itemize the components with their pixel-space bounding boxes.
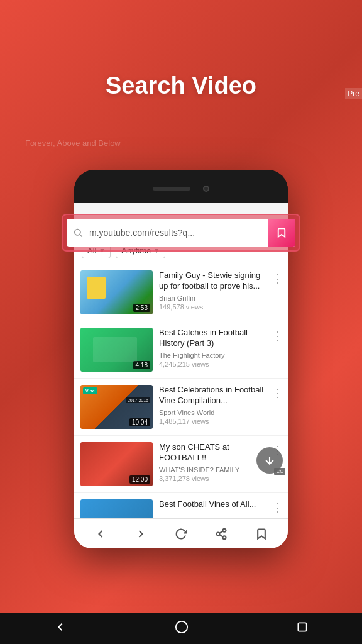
phone-bottom-nav <box>74 518 288 548</box>
thumbnail-4: 12:00 <box>80 442 153 486</box>
video-item-3[interactable]: Vine 2017 2016 10:04 Best Celebrations i… <box>74 379 288 436</box>
video-title-3: Best Celebrations in Football Vine Compi… <box>159 385 269 406</box>
duration-4: 12:00 <box>129 475 150 484</box>
thumbnail-1: 2:53 <box>80 270 153 314</box>
more-button-1[interactable]: ⋮ <box>272 273 283 284</box>
vine-badge: Vine <box>83 387 97 394</box>
svg-rect-8 <box>298 623 306 631</box>
svg-line-6 <box>219 531 223 533</box>
browser-refresh-button[interactable] <box>175 528 187 540</box>
bg-watermark-1: Forever, Above and Below <box>25 138 121 148</box>
phone-speaker <box>153 187 190 191</box>
video-title-2: Best Catches in Football History (Part 3… <box>159 328 269 349</box>
system-recents-button[interactable] <box>296 621 309 636</box>
video-title-1: Family Guy - Stewie signing up for footb… <box>159 270 269 292</box>
video-channel-4: WHAT'S INSIDE? FAMILY <box>159 466 269 474</box>
browser-back-button[interactable] <box>94 528 107 540</box>
svg-point-2 <box>223 528 226 531</box>
system-back-button[interactable] <box>53 620 67 637</box>
video-channel-2: The Highlight Factory <box>159 352 269 359</box>
video-item-1[interactable]: 2:53 Family Guy - Stewie signing up for … <box>74 264 288 321</box>
duration-1: 2:53 <box>133 304 150 312</box>
more-button-3[interactable]: ⋮ <box>272 387 283 399</box>
svg-point-0 <box>75 230 80 235</box>
thumbnail-3: Vine 2017 2016 10:04 <box>80 385 153 429</box>
browser-forward-button[interactable] <box>134 528 147 540</box>
browser-bookmark-button[interactable] <box>255 528 268 540</box>
system-home-button[interactable] <box>175 620 189 637</box>
video-list: 2:53 Family Guy - Stewie signing up for … <box>74 264 288 518</box>
phone-camera <box>203 186 209 192</box>
phone-screen: All ▼ Anytime ▼ 2:53 Family Guy - Stewie… <box>74 203 288 548</box>
system-nav <box>0 613 362 644</box>
video-channel-3: Sport Vines World <box>159 409 269 416</box>
duration-3: 10:04 <box>129 418 150 426</box>
video-item-4[interactable]: 12:00 My son CHEATS at FOOTBALL!! WHAT'S… <box>74 436 288 493</box>
video-views-2: 4,245,215 views <box>159 360 269 368</box>
download-fab[interactable] <box>256 447 283 474</box>
pre-label: Pre <box>345 88 362 99</box>
thumbnail-5 <box>80 499 153 518</box>
video-title-5: Best Football Vines of All... <box>159 499 269 510</box>
bookmark-icon[interactable] <box>268 219 295 247</box>
browser-share-button[interactable] <box>215 528 228 540</box>
video-info-2: Best Catches in Football History (Part 3… <box>159 328 282 368</box>
video-info-5: Best Football Vines of All... <box>159 499 282 513</box>
page-title: Search Video <box>0 72 362 99</box>
svg-line-5 <box>219 535 223 536</box>
svg-point-4 <box>223 536 226 539</box>
video-info-3: Best Celebrations in Football Vine Compi… <box>159 385 282 425</box>
search-input[interactable] <box>89 228 268 238</box>
duration-2: 4:18 <box>133 361 150 369</box>
svg-point-3 <box>217 532 220 535</box>
video-title-4: My son CHEATS at FOOTBALL!! <box>159 442 269 464</box>
video-views-1: 149,578 views <box>159 303 269 311</box>
search-bar-wrapper <box>62 214 300 252</box>
more-button-2[interactable]: ⋮ <box>272 330 283 341</box>
more-button-5[interactable]: ⋮ <box>272 502 283 513</box>
video-views-4: 3,371,278 views <box>159 475 269 482</box>
svg-point-7 <box>176 621 187 632</box>
search-bar-highlight <box>62 214 300 252</box>
video-item-5[interactable]: Best Football Vines of All... ⋮ <box>74 493 288 518</box>
video-info-1: Family Guy - Stewie signing up for footb… <box>159 270 282 311</box>
search-icon <box>67 228 89 238</box>
search-bar[interactable] <box>67 219 295 247</box>
phone-top-bar <box>74 170 288 203</box>
video-views-3: 1,485,117 views <box>159 418 269 425</box>
year-badge: 2017 2016 <box>126 397 150 403</box>
svg-line-1 <box>80 235 82 237</box>
video-item-2[interactable]: 4:18 Best Catches in Football History (P… <box>74 321 288 379</box>
thumbnail-2: 4:18 <box>80 328 153 372</box>
video-channel-1: Brian Griffin <box>159 294 269 302</box>
